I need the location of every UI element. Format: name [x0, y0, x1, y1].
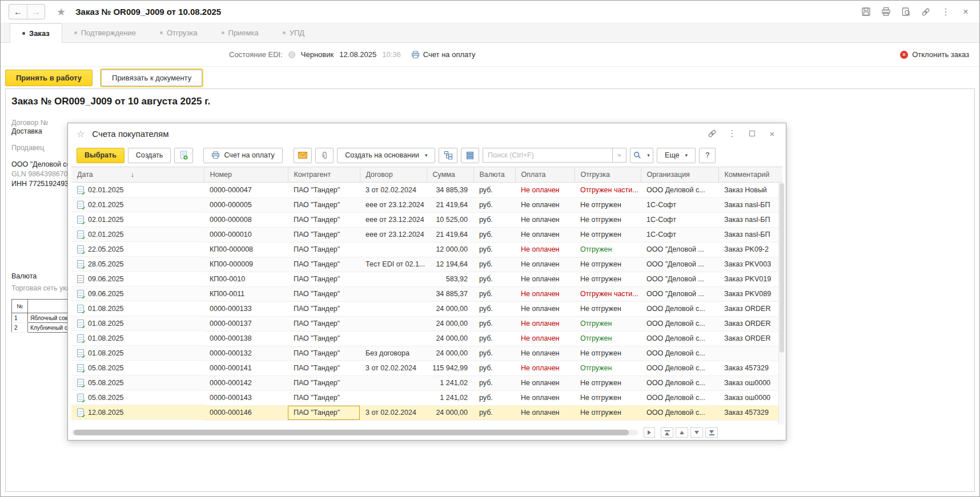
- column-header[interactable]: Дата↓: [71, 167, 204, 183]
- cell-organization[interactable]: 1С-Софт: [641, 227, 718, 242]
- cell-sum[interactable]: 21 419,64: [427, 197, 473, 212]
- cell-shipment[interactable]: Не отгружен: [575, 257, 641, 272]
- cell-currency[interactable]: руб.: [473, 242, 515, 257]
- invoice-print-command[interactable]: Счет на оплату: [411, 50, 476, 59]
- cell-shipment[interactable]: Отгружен: [575, 242, 641, 257]
- cell-number[interactable]: 0000-000133: [204, 301, 288, 316]
- invoice-row[interactable]: 01.08.20250000-000137ПАО "Тандер"24 000,…: [71, 316, 782, 331]
- cell-payment[interactable]: Не оплачен: [515, 316, 575, 331]
- cell-payment[interactable]: Не оплачен: [515, 361, 575, 375]
- cell-organization[interactable]: ООО "Деловой ...: [641, 257, 718, 272]
- cell-shipment[interactable]: Не отгружен: [575, 227, 641, 242]
- cell-comment[interactable]: Заказ 457329: [718, 361, 782, 375]
- tab-acceptance[interactable]: Приемка: [210, 23, 271, 42]
- link-icon[interactable]: [707, 128, 717, 139]
- cell-shipment[interactable]: Не отгружен: [575, 375, 641, 390]
- cell-contract[interactable]: еее от 23.12.2024: [360, 212, 427, 227]
- go-to-first-row-button[interactable]: [661, 427, 673, 438]
- cell-comment[interactable]: Заказ PK09-2: [718, 242, 782, 257]
- invoice-row[interactable]: 01.08.20250000-000132ПАО "Тандер"Без дог…: [71, 346, 782, 361]
- invoice-row[interactable]: 28.05.2025КП00-000009ПАО "Тандер"Тест ED…: [71, 257, 782, 272]
- cell-sum[interactable]: 24 000,00: [427, 301, 473, 316]
- cell-organization[interactable]: ООО Деловой с...: [641, 316, 718, 331]
- cell-date[interactable]: 01.08.2025: [71, 346, 204, 361]
- scroll-right-button[interactable]: [644, 427, 655, 438]
- cell-payment[interactable]: Не оплачен: [515, 272, 575, 286]
- cell-payment[interactable]: Не оплачен: [515, 197, 575, 212]
- cell-number[interactable]: 0000-000010: [204, 227, 288, 242]
- cell-counterparty[interactable]: ПАО "Тандер": [288, 331, 360, 346]
- invoice-row[interactable]: 01.08.20250000-000133ПАО "Тандер"24 000,…: [71, 301, 782, 316]
- cell-counterparty[interactable]: ПАО "Тандер": [288, 272, 360, 286]
- cell-sum[interactable]: 24 000,00: [427, 316, 473, 331]
- maximize-icon[interactable]: [747, 128, 757, 139]
- cell-contract[interactable]: еее от 23.12.2024: [360, 227, 427, 242]
- forward-button[interactable]: →: [27, 5, 45, 19]
- cell-date[interactable]: 05.08.2025: [71, 375, 204, 390]
- invoice-row[interactable]: 05.08.20250000-000141ПАО "Тандер"3 от 02…: [71, 361, 782, 375]
- go-to-last-row-button[interactable]: [705, 427, 718, 438]
- cell-date[interactable]: 12.08.2025: [71, 405, 204, 420]
- cell-organization[interactable]: ООО Деловой с...: [641, 331, 718, 346]
- invoice-row[interactable]: 02.01.20250000-000008ПАО "Тандер"еее от …: [71, 212, 782, 227]
- tab-order[interactable]: Заказ: [10, 23, 62, 43]
- invoice-row[interactable]: 05.08.20250000-000142ПАО "Тандер"1 241,0…: [71, 375, 782, 390]
- clear-search-icon[interactable]: ×: [613, 148, 626, 163]
- cell-organization[interactable]: ООО Деловой с...: [641, 375, 718, 390]
- column-header[interactable]: Сумма: [427, 167, 473, 183]
- cell-organization[interactable]: ООО Деловой с...: [641, 301, 718, 316]
- cell-shipment[interactable]: Не отгружен: [575, 212, 641, 227]
- cell-sum[interactable]: 583,92: [427, 272, 473, 286]
- cell-date[interactable]: 02.01.2025: [71, 183, 204, 197]
- row-down-button[interactable]: [690, 427, 703, 438]
- cell-shipment[interactable]: Отгружен: [575, 361, 641, 375]
- cell-number[interactable]: КП00-0011: [204, 286, 288, 301]
- cell-shipment[interactable]: Отгружен части...: [575, 286, 641, 301]
- cell-payment[interactable]: Не оплачен: [515, 331, 575, 346]
- list-view-button[interactable]: [461, 148, 479, 163]
- invoice-row[interactable]: 02.01.20250000-000010ПАО "Тандер"еее от …: [71, 227, 782, 242]
- cell-contract[interactable]: [360, 286, 427, 301]
- cell-counterparty[interactable]: ПАО "Тандер": [288, 183, 360, 198]
- reject-order-command[interactable]: ✕ Отклонить заказ: [900, 50, 969, 59]
- cell-organization[interactable]: ООО Деловой с...: [641, 346, 718, 361]
- cell-sum[interactable]: 24 000,00: [427, 346, 473, 361]
- cell-counterparty[interactable]: ПАО "Тандер": [288, 242, 360, 257]
- cell-organization[interactable]: ООО Деловой с...: [641, 361, 718, 375]
- cell-comment[interactable]: Заказ nasl-БП: [718, 212, 782, 227]
- cell-payment[interactable]: Не оплачен: [515, 405, 575, 420]
- cell-sum[interactable]: 24 000,00: [427, 405, 473, 420]
- cell-sum[interactable]: 21 419,64: [427, 227, 473, 242]
- cell-sum[interactable]: 115 942,99: [427, 361, 473, 375]
- cell-payment[interactable]: Не оплачен: [515, 346, 575, 361]
- link-icon[interactable]: [920, 6, 931, 18]
- cell-organization[interactable]: ООО Деловой с...: [641, 405, 718, 420]
- cell-number[interactable]: 0000-000132: [204, 346, 288, 361]
- cell-shipment[interactable]: Отгружен части...: [575, 183, 641, 198]
- cell-contract[interactable]: Без договора: [360, 346, 427, 361]
- cell-shipment[interactable]: Не отгружен: [575, 390, 641, 405]
- cell-counterparty[interactable]: ПАО "Тандер": [288, 286, 360, 301]
- cell-contract[interactable]: [360, 316, 427, 331]
- close-dialog-icon[interactable]: ×: [767, 128, 777, 139]
- cell-organization[interactable]: ООО "Деловой ...: [641, 242, 718, 257]
- cell-payment[interactable]: Не оплачен: [515, 375, 575, 390]
- cell-date[interactable]: 09.06.2025: [71, 272, 204, 286]
- cell-number[interactable]: 0000-000005: [204, 197, 288, 212]
- cell-date[interactable]: 28.05.2025: [71, 257, 204, 272]
- cell-date[interactable]: 02.01.2025: [71, 212, 204, 227]
- cell-number[interactable]: 0000-000047: [204, 183, 288, 198]
- cell-payment[interactable]: Не оплачен: [515, 242, 575, 257]
- cell-currency[interactable]: руб.: [473, 197, 515, 212]
- print-icon[interactable]: [880, 6, 891, 18]
- save-icon[interactable]: [860, 6, 871, 18]
- cell-sum[interactable]: 34 885,39: [427, 183, 473, 198]
- hierarchy-view-button[interactable]: [439, 148, 457, 163]
- cell-shipment[interactable]: Не отгружен: [575, 346, 641, 361]
- cell-date[interactable]: 01.08.2025: [71, 316, 204, 331]
- print-preview-icon[interactable]: [900, 6, 911, 18]
- cell-currency[interactable]: руб.: [473, 331, 515, 346]
- cell-comment[interactable]: Заказ PKV019: [718, 272, 782, 286]
- cell-sum[interactable]: 1 241,02: [427, 390, 473, 405]
- cell-contract[interactable]: [360, 331, 427, 346]
